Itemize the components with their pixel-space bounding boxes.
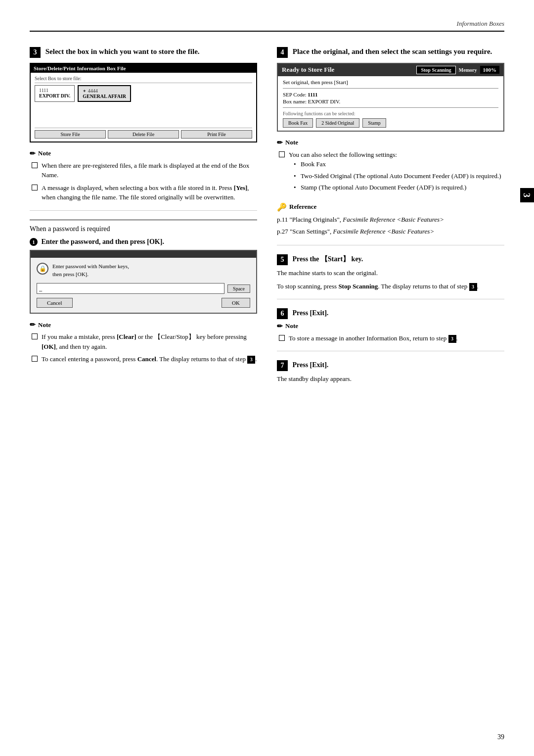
- step-6-section: 6 Press [Exit]. ✏ Note To store a messag…: [277, 308, 504, 352]
- rts-set-line: Set original, then press [Start]: [283, 79, 498, 85]
- step4-note-text: You can also select the following settin…: [289, 150, 504, 194]
- step6-divider: [277, 351, 504, 351]
- step6-note-checkbox: [279, 335, 285, 341]
- step-5-number: 5: [277, 254, 288, 265]
- step-6-note-header: ✏ Note: [277, 322, 504, 331]
- page-number: 39: [497, 733, 504, 741]
- reference-text-2: p.27 "Scan Settings", Facsimile Referenc…: [277, 227, 504, 237]
- sidebar-tab: 3: [520, 188, 534, 202]
- rts-memory-label: Memory: [459, 67, 477, 73]
- bullet-item-2: Two-Sided Original (The optional Auto Do…: [294, 171, 504, 181]
- step-4-number: 4: [277, 47, 288, 58]
- step-4-note: ✏ Note You can also select the following…: [277, 139, 504, 194]
- sub-step-1: 1 Enter the password, and then press [OK…: [30, 238, 257, 246]
- step-3-heading: 3 Select the box in which you want to st…: [30, 47, 257, 58]
- screen-empty-area: [35, 105, 252, 125]
- page-header: Information Boxes: [30, 20, 504, 32]
- step-6-number: 6: [277, 308, 288, 319]
- step-5-section: 5 Press the 【Start】 key. The machine sta…: [277, 254, 504, 299]
- step-6-text: Press [Exit].: [293, 309, 329, 317]
- step-3-section: 3 Select the box in which you want to st…: [30, 47, 257, 211]
- print-file-btn[interactable]: Print File: [181, 130, 252, 139]
- sub-step-text: Enter the password, and then press [OK].: [42, 238, 164, 245]
- rts-screen: Ready to Store File Stop Scanning Memory…: [277, 63, 504, 132]
- pwd-input-row: Space: [37, 283, 250, 294]
- reference-icon: 🔑: [277, 202, 287, 212]
- store-file-btn[interactable]: Store File: [35, 130, 106, 139]
- pwd-dialog-body: 🔒 Enter password with Number keys, then …: [31, 258, 256, 313]
- delete-file-btn[interactable]: Delete File: [108, 130, 179, 139]
- step-4-note-header: ✏ Note: [277, 139, 504, 147]
- reference-section: 🔑 Reference p.11 "Placing Originals", Fa…: [277, 202, 504, 237]
- divider-line: [30, 210, 257, 211]
- step-6-note-item: To store a message in another Informatio…: [277, 333, 504, 343]
- rts-body: Set original, then press [Start] SEP Cod…: [278, 76, 503, 131]
- pwd-note-text-1: If you make a mistake, press [Clear] or …: [42, 332, 257, 351]
- box-name-1: EXPORT DIV.: [39, 93, 70, 98]
- step-3-number: 3: [30, 47, 41, 58]
- step-4-text: Place the original, and then select the …: [293, 47, 492, 55]
- rts-functions-label: Following functions can be selected:: [283, 111, 498, 116]
- pwd-note-text-2: To cancel entering a password, press Can…: [42, 354, 257, 364]
- box-item-2[interactable]: ✦ 4444 GENERAL AFFAIR: [78, 85, 131, 102]
- note-checkbox-3-1: [32, 162, 38, 168]
- note-text-3-2: A message is displayed, when selecting a…: [42, 183, 257, 202]
- password-section: When a password is required 1 Enter the …: [30, 220, 257, 364]
- col-left: 3 Select the box in which you want to st…: [30, 47, 257, 393]
- pwd-buttons-row: Cancel OK: [37, 298, 250, 308]
- step-6-label: 6 Press [Exit].: [277, 308, 504, 319]
- step-7-text: Press [Exit].: [293, 361, 329, 369]
- rts-2sided-btn[interactable]: 2 Sided Original: [316, 118, 359, 128]
- step-3-screen: Store/Delete/Print Information Box File …: [30, 63, 257, 142]
- rts-memory-val: 100%: [480, 66, 500, 74]
- rts-box-name: Box name: EXPORT DIV.: [283, 98, 498, 104]
- step-3-note: ✏ Note When there are pre-registered fil…: [30, 149, 257, 202]
- rts-sep-code: SEP Code: 1111: [283, 92, 498, 97]
- step6-note-text: To store a message in another Informatio…: [289, 333, 504, 343]
- pwd-dialog-header: [31, 251, 256, 258]
- screen-boxes-row: 1111 EXPORT DIV. ✦ 4444 GENERAL AFFAIR: [35, 85, 252, 102]
- rts-func-buttons: Book Fax 2 Sided Original Stamp: [283, 118, 498, 128]
- rts-title-row: Ready to Store File Stop Scanning Memory…: [278, 64, 503, 76]
- note-checkbox-3-2: [32, 185, 38, 190]
- step-7-label: 7 Press [Exit].: [277, 360, 504, 371]
- step-4-section: 4 Place the original, and then select th…: [277, 47, 504, 245]
- pwd-ok-btn[interactable]: OK: [222, 298, 250, 308]
- step-7-section: 7 Press [Exit]. The standby display appe…: [277, 360, 504, 384]
- step4-divider: [277, 245, 504, 245]
- step-4-heading: 4 Place the original, and then select th…: [277, 47, 504, 58]
- pwd-pencil-icon: ✏: [30, 321, 36, 329]
- reference-text-1: p.11 "Placing Originals", Facsimile Refe…: [277, 215, 504, 225]
- pwd-note-item-2: To cancel entering a password, press Can…: [30, 354, 257, 364]
- box-num-1: 1111: [39, 88, 70, 93]
- pencil-icon: ✏: [30, 149, 36, 158]
- pwd-note-item-1: If you make a mistake, press [Clear] or …: [30, 332, 257, 351]
- screen-title-bar: Store/Delete/Print Information Box File: [31, 64, 256, 73]
- rts-divider: [283, 88, 498, 89]
- pwd-prompt-text: Enter password with Number keys, then pr…: [52, 263, 129, 278]
- pwd-cancel-btn[interactable]: Cancel: [37, 298, 73, 308]
- page-container: Information Boxes 3 3 Select the box in …: [0, 0, 534, 756]
- bullet-item-3: Stamp (The optional Auto Document Feeder…: [294, 183, 504, 192]
- pwd-note-checkbox-2: [32, 356, 38, 362]
- step4-note-checkbox: [279, 151, 285, 157]
- step-5-body2: To stop scanning, press Stop Scanning. T…: [277, 282, 504, 292]
- rts-stamp-btn[interactable]: Stamp: [362, 118, 386, 128]
- note-text-3-1: When there are pre-registered files, a f…: [42, 161, 257, 180]
- step-6-note: ✏ Note To store a message in another Inf…: [277, 322, 504, 343]
- step4-bullet-list: Book Fax Two-Sided Original (The optiona…: [289, 159, 504, 192]
- step-4-note-item-1: You can also select the following settin…: [277, 150, 504, 194]
- pwd-space-btn[interactable]: Space: [227, 284, 250, 293]
- rts-stop-btn[interactable]: Stop Scanning: [416, 66, 455, 74]
- rts-divider2: [283, 107, 498, 108]
- pwd-input-field[interactable]: [37, 283, 224, 294]
- pwd-note-section: ✏ Note If you make a mistake, press [Cle…: [30, 321, 257, 364]
- password-dialog: 🔒 Enter password with Number keys, then …: [30, 250, 257, 314]
- step-5-label: 5 Press the 【Start】 key.: [277, 254, 504, 265]
- reference-header: 🔑 Reference: [277, 202, 504, 212]
- rts-title: Ready to Store File: [282, 66, 334, 74]
- box-item-1: 1111 EXPORT DIV.: [35, 85, 75, 102]
- pwd-note-header: ✏ Note: [30, 321, 257, 329]
- rts-book-fax-btn[interactable]: Book Fax: [283, 118, 313, 128]
- note-header-3: ✏ Note: [30, 149, 257, 158]
